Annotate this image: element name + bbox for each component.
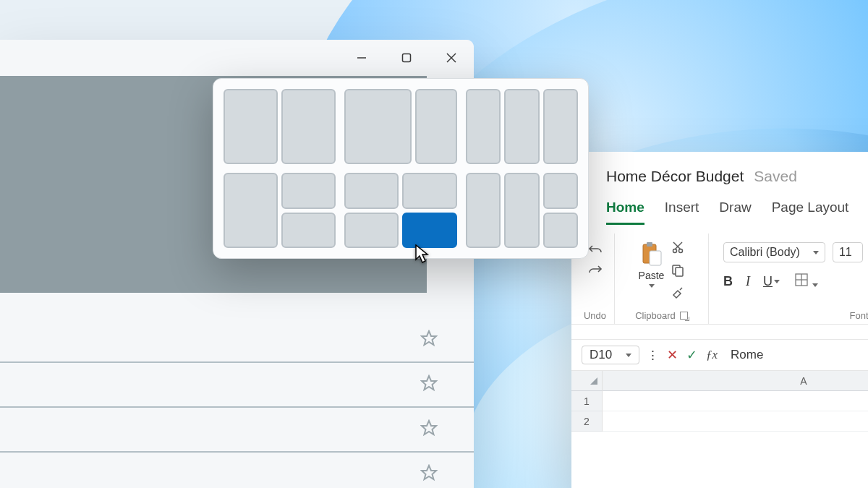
svg-line-15 [675,242,682,249]
snap-zone[interactable] [281,213,336,249]
row-header[interactable]: 2 [571,411,602,432]
star-icon[interactable] [420,330,438,350]
italic-button[interactable]: I [746,274,750,289]
tab-home[interactable]: Home [606,200,644,225]
select-all-cell[interactable] [571,371,602,391]
snap-layout-quad[interactable] [344,173,456,248]
font-size-select[interactable]: 11 [833,242,863,262]
list-item[interactable] [0,408,474,453]
ribbon-group-label: Undo [584,310,606,321]
cell[interactable] [603,391,868,411]
excel-window: Home Décor Budget Saved Home Insert Draw… [571,152,868,488]
font-name-select[interactable]: Calibri (Body) [723,242,825,262]
snap-zone[interactable] [224,89,278,164]
ribbon-group-label: Clipboard [635,310,688,321]
star-icon[interactable] [420,464,438,484]
snap-layouts-flyout [213,78,589,259]
snap-zone[interactable] [543,213,578,249]
formula-bar: D10 ⋮ ✕ ✓ ƒx Rome [571,339,868,371]
sheet-grid[interactable]: 1 2 A [571,371,868,432]
svg-rect-10 [647,242,652,247]
snap-zone[interactable] [466,173,501,248]
save-state: Saved [754,168,797,185]
snap-zone[interactable] [504,89,539,164]
star-icon[interactable] [420,419,438,440]
bold-button[interactable]: B [723,274,733,289]
close-button[interactable] [433,43,469,72]
snap-zone[interactable] [344,173,399,209]
tab-draw[interactable]: Draw [719,200,751,225]
ribbon-group-clipboard: Paste Clipboard [615,234,709,324]
snap-zone[interactable] [224,173,278,248]
fx-icon[interactable]: ƒx [706,348,718,362]
copy-icon[interactable] [671,264,684,280]
chevron-down-icon [649,284,655,288]
snap-layout-center-wide[interactable] [466,173,578,248]
svg-marker-4 [422,331,436,345]
formula-value[interactable]: Rome [731,348,763,362]
svg-rect-17 [676,267,683,276]
svg-marker-5 [422,376,436,390]
snap-layout-split-2[interactable] [224,89,336,164]
snap-zone[interactable] [415,89,457,164]
list-item[interactable] [0,363,474,408]
maximize-button[interactable] [388,43,425,72]
chevron-down-icon [812,283,818,287]
star-icon[interactable] [420,374,438,395]
formula-enter-icon[interactable]: ✓ [686,347,697,363]
undo-icon[interactable] [588,244,603,257]
list-area [0,318,474,488]
svg-point-12 [673,249,677,253]
formula-cancel-icon[interactable]: ✕ [667,347,678,363]
snap-layout-left-tall-right-stack[interactable] [224,173,336,248]
list-item[interactable] [0,318,474,363]
svg-line-14 [673,242,681,249]
excel-titlebar: Home Décor Budget Saved [571,152,868,191]
column-header[interactable]: A [603,371,868,391]
snap-layout-split-3[interactable] [466,89,578,164]
underline-button[interactable]: U [763,274,780,289]
svg-rect-1 [403,54,411,62]
cut-icon[interactable] [671,241,684,257]
svg-marker-6 [422,421,436,435]
document-title: Home Décor Budget [606,168,744,185]
cell[interactable] [603,411,868,432]
chevron-down-icon [774,280,780,283]
svg-point-13 [679,249,683,253]
snap-zone[interactable] [344,213,399,249]
snap-zone[interactable] [543,173,578,209]
snap-layout-split-2-left-wide[interactable] [344,89,456,164]
chevron-down-icon [626,354,631,357]
redo-icon[interactable] [588,264,603,277]
paste-icon [641,241,663,267]
list-item[interactable] [0,453,474,488]
svg-marker-22 [590,377,597,385]
row-header[interactable]: 1 [571,391,602,411]
tab-page-layout[interactable]: Page Layout [772,200,849,225]
snap-zone[interactable] [344,89,412,164]
chevron-down-icon [813,251,819,254]
snap-zone[interactable] [402,173,456,209]
snap-zone-selected[interactable] [402,213,456,249]
snap-zone[interactable] [281,89,336,164]
svg-rect-11 [650,251,661,265]
svg-line-18 [680,288,682,290]
snap-zone[interactable] [466,89,501,164]
more-icon[interactable]: ⋮ [647,348,660,363]
ribbon: Undo Paste [571,229,868,325]
ribbon-tabs: Home Insert Draw Page Layout [571,191,868,225]
minimize-button[interactable] [344,43,380,72]
snap-zone[interactable] [543,89,578,164]
window-titlebar [0,40,474,76]
ribbon-group-font: Calibri (Body) 11 B I U [709,234,868,324]
ribbon-group-label: Font [849,310,868,321]
svg-marker-7 [422,466,436,479]
dialog-launcher-icon[interactable] [680,312,688,320]
paste-button[interactable]: Paste [639,241,665,288]
snap-zone[interactable] [504,173,539,248]
tab-insert[interactable]: Insert [665,200,699,225]
name-box[interactable]: D10 [582,346,639,364]
format-painter-icon[interactable] [671,287,684,303]
borders-button[interactable] [794,273,818,291]
snap-zone[interactable] [281,173,336,209]
